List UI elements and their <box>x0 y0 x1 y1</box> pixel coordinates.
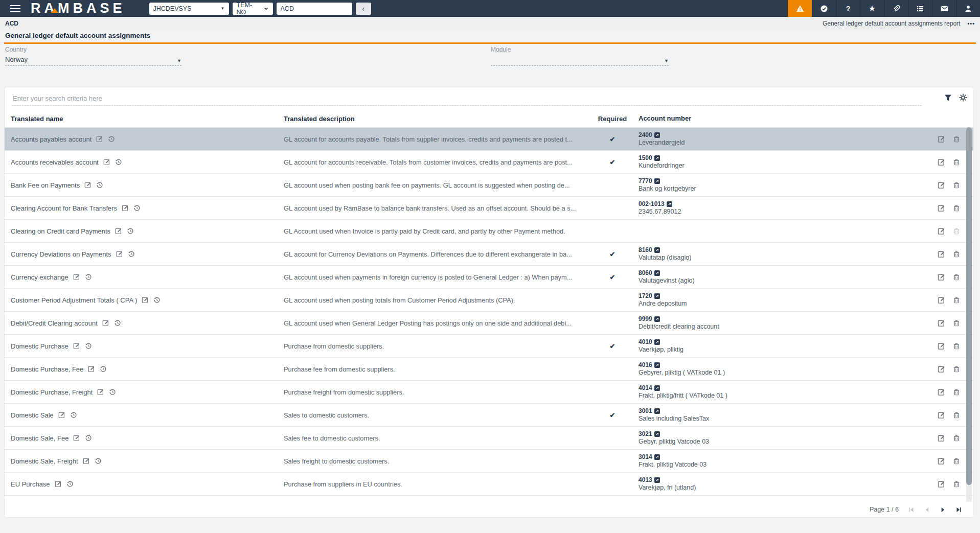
edit-row-button[interactable] <box>938 135 945 143</box>
delete-row-button[interactable] <box>953 457 960 465</box>
back-button[interactable]: ‹ <box>356 3 371 15</box>
edit-row-button[interactable] <box>938 158 945 166</box>
edit-name-icon[interactable] <box>97 388 104 396</box>
table-row[interactable]: Accounts receivables account GL account … <box>5 150 973 173</box>
account-link-icon[interactable] <box>654 316 660 322</box>
edit-row-button[interactable] <box>938 388 945 396</box>
account-link-icon[interactable] <box>654 293 660 299</box>
edit-row-button[interactable] <box>938 227 945 235</box>
delete-row-button[interactable] <box>953 273 960 281</box>
favorites-icon[interactable]: ★ <box>860 0 884 17</box>
edit-name-icon[interactable] <box>88 365 95 373</box>
country-select[interactable]: Norway ▼ <box>5 56 181 66</box>
account-link-icon[interactable] <box>654 454 660 460</box>
delete-row-button[interactable] <box>953 365 960 373</box>
filter-icon[interactable] <box>944 94 952 102</box>
menu-icon[interactable] <box>0 0 24 17</box>
previous-page-button[interactable] <box>924 506 930 513</box>
edit-row-button[interactable] <box>938 411 945 419</box>
vertical-scrollbar[interactable] <box>966 127 972 503</box>
delete-row-button[interactable] <box>953 342 960 350</box>
history-icon[interactable] <box>133 204 141 212</box>
table-row[interactable]: Customer Period Adjustment Totals ( CPA … <box>5 288 973 311</box>
delete-row-button[interactable] <box>953 204 960 212</box>
scrollbar-thumb[interactable] <box>966 127 972 485</box>
edit-row-button[interactable] <box>938 434 945 442</box>
edit-name-icon[interactable] <box>84 181 92 189</box>
table-row[interactable]: Domestic Purchase Purchase from domestic… <box>5 334 973 357</box>
delete-row-button[interactable] <box>953 480 960 488</box>
edit-row-button[interactable] <box>938 365 945 373</box>
edit-name-icon[interactable] <box>102 319 109 327</box>
next-page-button[interactable] <box>940 506 946 513</box>
history-icon[interactable] <box>85 342 92 350</box>
account-link-icon[interactable] <box>654 247 660 253</box>
attachment-icon[interactable] <box>884 0 908 17</box>
delete-row-button[interactable] <box>953 388 960 396</box>
delete-row-button[interactable] <box>953 227 960 235</box>
table-row[interactable]: Clearing Account for Bank Transfers GL a… <box>5 196 973 219</box>
more-options-icon[interactable]: ••• <box>967 20 975 27</box>
edit-name-icon[interactable] <box>55 480 62 488</box>
edit-name-icon[interactable] <box>58 411 65 419</box>
table-row[interactable]: Domestic Sale, Freight Sales freight to … <box>5 449 973 472</box>
delete-row-button[interactable] <box>953 135 960 143</box>
edit-row-button[interactable] <box>938 181 945 189</box>
edit-name-icon[interactable] <box>115 227 122 235</box>
header-account-number[interactable]: Account number <box>634 114 922 123</box>
history-icon[interactable] <box>100 365 107 373</box>
edit-name-icon[interactable] <box>73 342 80 350</box>
help-icon[interactable]: ? <box>836 0 860 17</box>
header-required[interactable]: Required <box>590 115 634 123</box>
edit-name-icon[interactable] <box>73 434 80 442</box>
history-icon[interactable] <box>96 181 103 189</box>
settings-gear-icon[interactable] <box>959 94 967 102</box>
edit-row-button[interactable] <box>938 342 945 350</box>
task-list-icon[interactable] <box>908 0 932 17</box>
table-row[interactable]: Currency exchange GL account used when p… <box>5 265 973 288</box>
edit-row-button[interactable] <box>938 250 945 258</box>
user-icon[interactable] <box>956 0 980 17</box>
first-page-button[interactable] <box>908 506 915 513</box>
account-link-icon[interactable] <box>654 270 660 276</box>
program-input[interactable] <box>281 5 348 12</box>
history-icon[interactable] <box>66 480 74 488</box>
history-icon[interactable] <box>109 388 116 396</box>
last-page-button[interactable] <box>955 506 962 513</box>
account-link-icon[interactable] <box>654 178 660 184</box>
history-icon[interactable] <box>128 250 135 258</box>
edit-name-icon[interactable] <box>73 273 80 281</box>
table-row[interactable]: Bank Fee on Payments GL account used whe… <box>5 173 973 196</box>
edit-row-button[interactable] <box>938 296 945 304</box>
table-row[interactable]: Domestic Purchase, Freight Purchase frei… <box>5 380 973 403</box>
delete-row-button[interactable] <box>953 434 960 442</box>
history-icon[interactable] <box>95 457 102 465</box>
table-row[interactable]: Accounts payables account GL account for… <box>5 127 973 150</box>
history-icon[interactable] <box>153 296 161 304</box>
delete-row-button[interactable] <box>953 181 960 189</box>
messages-icon[interactable] <box>932 0 956 17</box>
edit-row-button[interactable] <box>938 480 945 488</box>
table-row[interactable]: Debit/Credit Clearing account GL account… <box>5 311 973 334</box>
approved-icon[interactable] <box>812 0 836 17</box>
edit-name-icon[interactable] <box>83 457 90 465</box>
table-row[interactable]: Clearing on Credit card Payments GL Acco… <box>5 219 973 242</box>
table-row[interactable]: EU Purchase Purchase from suppliers in E… <box>5 472 973 495</box>
history-icon[interactable] <box>114 319 121 327</box>
account-link-icon[interactable] <box>654 339 660 345</box>
account-link-icon[interactable] <box>654 408 660 414</box>
edit-name-icon[interactable] <box>96 135 103 143</box>
history-icon[interactable] <box>70 411 77 419</box>
delete-row-button[interactable] <box>953 411 960 419</box>
breadcrumb[interactable]: ACD <box>5 20 18 27</box>
header-translated-description[interactable]: Translated description <box>284 115 590 123</box>
history-icon[interactable] <box>115 158 122 166</box>
delete-row-button[interactable] <box>953 296 960 304</box>
account-link-icon[interactable] <box>654 477 660 483</box>
history-icon[interactable] <box>85 273 92 281</box>
edit-row-button[interactable] <box>938 457 945 465</box>
history-icon[interactable] <box>85 434 92 442</box>
edit-name-icon[interactable] <box>142 296 149 304</box>
history-icon[interactable] <box>127 227 134 235</box>
alert-icon[interactable] <box>788 0 812 17</box>
